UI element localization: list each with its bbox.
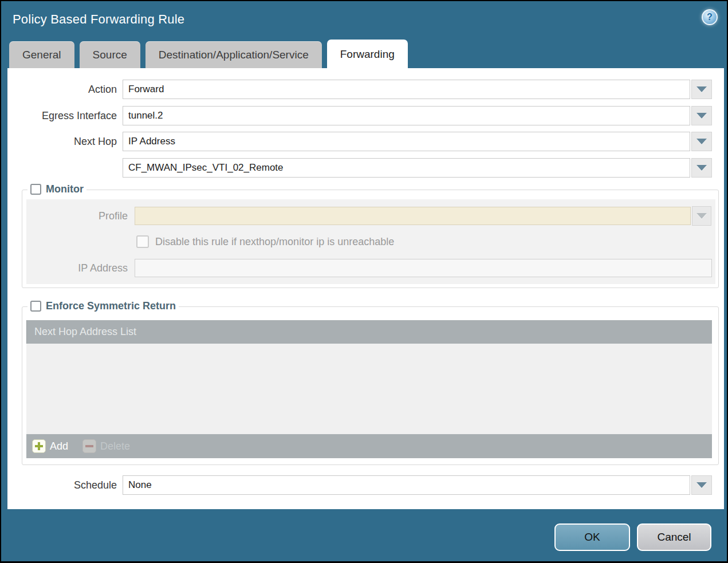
next-hop-label: Next Hop <box>7 136 123 148</box>
next-hop-address-select[interactable]: CF_MWAN_IPsec_VTI_02_Remote <box>123 158 690 178</box>
chevron-down-icon <box>696 165 707 171</box>
egress-interface-row: Egress Interface tunnel.2 <box>7 106 712 125</box>
disable-rule-label: Disable this rule if nexthop/monitor ip … <box>155 236 394 248</box>
disable-rule-row: Disable this rule if nexthop/monitor ip … <box>136 233 394 251</box>
schedule-dropdown-button[interactable] <box>691 475 712 495</box>
action-value: Forward <box>128 84 164 95</box>
chevron-down-icon <box>696 86 707 92</box>
action-row: Action Forward <box>7 80 712 99</box>
profile-label: Profile <box>26 210 135 222</box>
monitor-legend-label: Monitor <box>46 183 84 195</box>
chevron-down-icon <box>696 482 707 488</box>
delete-button: Delete <box>82 439 130 453</box>
next-hop-dropdown-button[interactable] <box>691 132 712 151</box>
monitor-ip-address-row: IP Address <box>26 259 712 277</box>
next-hop-address-list-header: Next Hop Address List <box>26 320 712 344</box>
tab-source[interactable]: Source <box>80 41 140 68</box>
monitor-ip-address-input <box>135 259 712 277</box>
question-mark-glyph: ? <box>707 12 713 22</box>
egress-interface-value: tunnel.2 <box>128 110 163 121</box>
next-hop-address-list-toolbar: Add Delete <box>26 434 712 458</box>
next-hop-address-row: CF_MWAN_IPsec_VTI_02_Remote <box>7 158 712 178</box>
egress-interface-dropdown-button[interactable] <box>691 106 712 125</box>
next-hop-row: Next Hop IP Address <box>7 132 712 151</box>
help-icon[interactable]: ? <box>702 9 718 25</box>
tab-general[interactable]: General <box>9 41 74 68</box>
pbf-rule-dialog: Policy Based Forwarding Rule ? General S… <box>1 1 727 561</box>
ok-button[interactable]: OK <box>554 523 630 551</box>
egress-interface-label: Egress Interface <box>7 110 123 122</box>
dialog-titlebar: Policy Based Forwarding Rule ? <box>1 1 727 38</box>
profile-dropdown-button <box>692 206 711 226</box>
monitor-section: Monitor Profile Disable this rule if nex… <box>22 190 719 288</box>
schedule-select[interactable]: None <box>123 475 690 495</box>
add-button[interactable]: Add <box>32 439 68 453</box>
delete-button-label: Delete <box>100 440 130 452</box>
action-dropdown-button[interactable] <box>691 80 712 99</box>
enforce-symmetric-return-legend-row: Enforce Symmetric Return <box>27 300 179 312</box>
minus-icon <box>82 439 96 453</box>
schedule-row: Schedule None <box>7 475 712 495</box>
schedule-value: None <box>128 479 152 491</box>
monitor-checkbox[interactable] <box>30 184 41 195</box>
tab-destination-application-service[interactable]: Destination/Application/Service <box>145 41 322 68</box>
dialog-footer: OK Cancel <box>1 509 727 561</box>
cancel-button[interactable]: Cancel <box>637 523 711 551</box>
chevron-down-icon <box>696 113 707 119</box>
profile-row: Profile <box>26 207 711 225</box>
plus-icon <box>32 439 46 453</box>
next-hop-address-dropdown-button[interactable] <box>691 158 712 178</box>
next-hop-address-value: CF_MWAN_IPsec_VTI_02_Remote <box>128 162 284 174</box>
forwarding-panel: Action Forward Egress Interface tunnel.2… <box>7 68 724 509</box>
monitor-disabled-panel: Profile Disable this rule if nexthop/mon… <box>26 199 715 284</box>
next-hop-address-list-body <box>26 344 712 434</box>
dialog-title: Policy Based Forwarding Rule <box>13 12 184 27</box>
chevron-down-icon <box>696 213 707 219</box>
monitor-legend-row: Monitor <box>27 183 86 195</box>
add-button-label: Add <box>50 440 68 452</box>
monitor-ip-address-label: IP Address <box>26 262 135 274</box>
chevron-down-icon <box>696 139 707 144</box>
disable-rule-checkbox <box>136 235 149 248</box>
enforce-symmetric-return-section: Enforce Symmetric Return Next Hop Addres… <box>22 306 719 465</box>
next-hop-address-list-table: Next Hop Address List Add Delete <box>26 320 712 458</box>
profile-select <box>135 207 691 225</box>
next-hop-type-value: IP Address <box>128 136 175 147</box>
enforce-symmetric-return-checkbox[interactable] <box>30 301 41 312</box>
schedule-label: Schedule <box>7 479 123 491</box>
next-hop-type-select[interactable]: IP Address <box>123 132 690 151</box>
action-select[interactable]: Forward <box>123 80 690 99</box>
tab-bar: General Source Destination/Application/S… <box>9 40 408 68</box>
tab-forwarding[interactable]: Forwarding <box>327 40 408 68</box>
action-label: Action <box>7 84 123 96</box>
enforce-symmetric-return-legend-label: Enforce Symmetric Return <box>46 300 176 312</box>
egress-interface-select[interactable]: tunnel.2 <box>123 106 690 125</box>
